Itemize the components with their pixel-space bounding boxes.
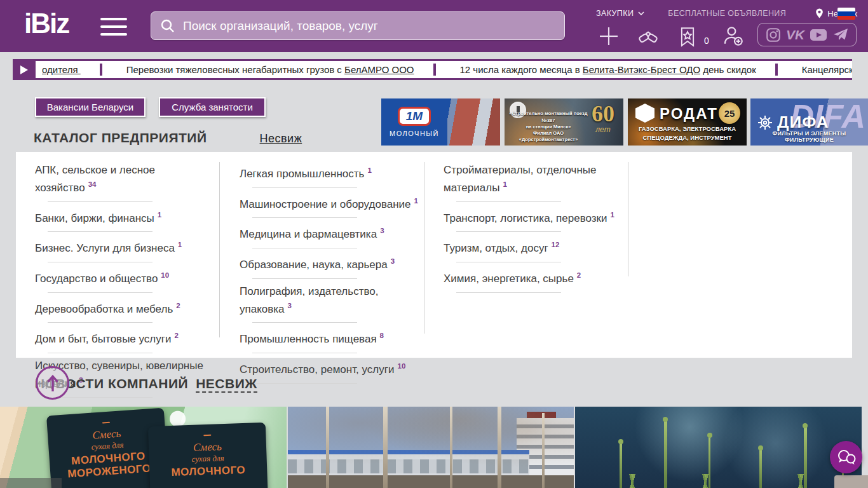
favorites-count: 0 xyxy=(704,36,709,47)
header-top-nav: ЗАКУПКИ БЕСПЛАТНЫЕ ОБЪЯВЛЕНИЯ Несвиж xyxy=(596,8,857,18)
category-link[interactable]: Государство и общество10 xyxy=(35,267,219,287)
catalog-column-1: АПК, сельское и лесное хозяйство34 Банки… xyxy=(35,162,219,402)
anniversary-medal: 25 xyxy=(719,102,740,124)
social-links: VK xyxy=(757,23,857,46)
category-link[interactable]: Легкая промышленность1 xyxy=(240,162,424,182)
vk-icon[interactable]: VK xyxy=(786,27,804,43)
ticker-separator xyxy=(775,64,778,76)
search-bar[interactable] xyxy=(151,11,565,40)
category-link[interactable]: Медицина и фармацевтика3 xyxy=(240,222,424,243)
banner-logo: 1М xyxy=(398,107,431,126)
gear-icon xyxy=(757,114,773,131)
ticker-play-button[interactable] xyxy=(13,59,36,80)
catalog-column-2: Легкая промышленность1 Машиностроение и … xyxy=(240,162,424,388)
product-package: Смесь сухая для МОЛОЧНОГО xyxy=(148,423,268,488)
ticker-link[interactable]: одителя xyxy=(42,64,81,75)
search-icon xyxy=(160,18,175,34)
news-city-link[interactable]: НЕСВИЖ xyxy=(196,376,257,393)
category-link[interactable]: Банки, биржи, финансы1 xyxy=(35,207,219,227)
ticker-item: одителя xyxy=(42,64,81,75)
instagram-icon[interactable] xyxy=(765,27,782,43)
site-logo[interactable]: iBiz xyxy=(24,8,69,39)
category-link[interactable]: Промышленность пищевая8 xyxy=(240,327,424,348)
header: iBiz ЗАКУПКИ БЕСПЛАТНЫЕ ОБЪЯВЛЕНИЯ Несви… xyxy=(0,0,868,52)
category-link[interactable]: Туризм, отдых, досуг12 xyxy=(444,236,620,257)
add-button[interactable] xyxy=(596,24,621,47)
arrow-up-icon xyxy=(44,374,61,393)
catalog-city-link[interactable]: Несвиж xyxy=(260,132,302,146)
ticker-item: Канцелярские т xyxy=(802,64,852,75)
category-link[interactable]: Полиграфия, издательство, упаковка3 xyxy=(240,283,424,318)
corner-widget xyxy=(834,475,868,488)
partnership-button[interactable] xyxy=(635,24,661,47)
banner-caption: МОЛОЧНЫЙ xyxy=(390,130,439,137)
ticker-link[interactable]: БелАМРО ООО xyxy=(344,64,414,75)
category-link[interactable]: Строительство, ремонт, услуги10 xyxy=(240,358,424,378)
play-icon xyxy=(20,65,29,75)
ticker-link[interactable]: Белита-Витэкс-Брест ОДО xyxy=(583,64,700,75)
banner-rodat[interactable]: ⚒ РОДАТ 25 ГАЗОСВАРКА, ЭЛЕКТРОСВАРКА СПЕ… xyxy=(628,98,747,146)
category-link[interactable]: Стройматериалы, отделочные материалы1 xyxy=(444,162,620,196)
location-pin-icon xyxy=(815,8,824,18)
news-image-ice-cream-mix[interactable]: Смесь сухая для МОЛОЧНОГО МОРОЖЕНОГО Сме… xyxy=(0,407,287,488)
header-icon-row: 0 xyxy=(596,24,760,47)
category-link[interactable]: Бизнес. Услуги для бизнеса1 xyxy=(35,236,219,257)
banner-molochny[interactable]: 1М МОЛОЧНЫЙ xyxy=(381,98,500,146)
scroll-top-button[interactable] xyxy=(36,366,69,400)
procurement-link[interactable]: ЗАКУПКИ xyxy=(596,9,645,18)
plus-icon xyxy=(598,25,620,47)
catalog-title: КАТАЛОГ ПРЕДПРИЯТИЙ xyxy=(34,130,207,146)
news-ticker: одителя Перевозки тяжеловесных негабарит… xyxy=(13,59,852,80)
carousel-overlay xyxy=(0,478,62,488)
category-link[interactable]: Образование, наука, карьера3 xyxy=(240,253,424,273)
ticker-item: Перевозки тяжеловесных негабаритных груз… xyxy=(126,64,414,75)
youtube-icon[interactable] xyxy=(809,27,828,43)
category-link[interactable]: АПК, сельское и лесное хозяйство34 xyxy=(35,162,219,196)
search-input[interactable] xyxy=(183,19,555,33)
category-link[interactable]: Дом и быт, бытовые услуги2 xyxy=(35,327,219,348)
login-button[interactable] xyxy=(721,24,746,47)
user-add-icon xyxy=(722,25,744,47)
telegram-icon[interactable] xyxy=(832,27,849,43)
menu-icon[interactable] xyxy=(100,18,127,36)
welder-logo-icon: ⚒ xyxy=(635,104,654,123)
employment-button[interactable]: Служба занятости xyxy=(159,97,266,117)
category-link[interactable]: Деревообработка и мебель2 xyxy=(35,297,219,318)
catalog-column-3: Стройматериалы, отделочные материалы1 Тр… xyxy=(444,162,620,297)
ticker-separator xyxy=(433,64,436,76)
chat-button[interactable] xyxy=(830,441,862,473)
chevron-down-icon xyxy=(637,10,645,17)
free-ads-link[interactable]: БЕСПЛАТНЫЕ ОБЪЯВЛЕНИЯ xyxy=(668,9,786,18)
category-link[interactable]: Химия, энергетика, сырье2 xyxy=(444,267,620,287)
anniversary-badge: 60 лет xyxy=(592,102,614,134)
language-flag-ru[interactable] xyxy=(837,8,855,20)
banner-difa[interactable]: DIFA ДИФА ФИЛЬТРЫ И ЭЛЕМЕНТЫ ФИЛЬТРУЮЩИЕ xyxy=(750,98,868,146)
category-link[interactable]: Машиностроение и оборудование1 xyxy=(240,193,424,213)
ticker-separator xyxy=(100,64,102,76)
vacancies-button[interactable]: Вакансии Беларуси xyxy=(35,97,146,117)
handshake-icon xyxy=(637,27,660,47)
catalog-panel: АПК, сельское и лесное хозяйство34 Банки… xyxy=(16,152,852,358)
news-image-sprouts[interactable] xyxy=(575,407,862,488)
news-image-building[interactable] xyxy=(288,407,574,488)
favorites-button[interactable] xyxy=(675,24,700,47)
bookmark-star-icon xyxy=(679,27,696,47)
banner-dorstroy[interactable]: «Строительно-монтажный поезд №387 на ста… xyxy=(505,98,623,146)
chat-bubbles-icon xyxy=(836,449,857,466)
ticker-item: 12 числа каждого месяца в Белита-Витэкс-… xyxy=(460,64,756,75)
page: iBiz ЗАКУПКИ БЕСПЛАТНЫЕ ОБЪЯВЛЕНИЯ Несви… xyxy=(0,0,868,488)
category-link[interactable]: Транспорт, логистика, перевозки1 xyxy=(444,207,620,227)
